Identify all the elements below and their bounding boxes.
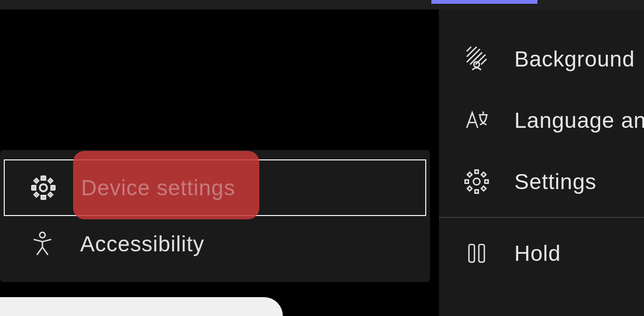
menu-item-background[interactable]: Background: [439, 28, 644, 90]
submenu-item-label: Accessibility: [80, 231, 205, 257]
menu-item-hold[interactable]: Hold: [439, 223, 644, 284]
menu-item-label: Background: [514, 46, 635, 72]
language-icon: [462, 106, 491, 134]
svg-rect-6: [479, 244, 485, 262]
svg-point-2: [40, 233, 45, 238]
tab-indicator: [431, 0, 537, 4]
top-bar: [0, 0, 644, 9]
submenu-panel: Device settings Accessibility: [0, 150, 430, 282]
menu-item-label: Language an: [514, 108, 644, 133]
gear-icon: [29, 174, 58, 202]
right-menu-panel: Background Language an Settings: [439, 9, 644, 316]
submenu-item-label: Device settings: [81, 175, 235, 200]
submenu-item-device-settings[interactable]: Device settings: [4, 159, 426, 216]
hold-icon: [462, 239, 491, 267]
svg-point-1: [40, 184, 47, 191]
submenu-item-accessibility[interactable]: Accessibility: [0, 216, 430, 272]
gear-icon: [462, 167, 491, 196]
svg-point-4: [473, 178, 480, 185]
menu-item-settings[interactable]: Settings: [439, 151, 644, 212]
accessibility-icon: [28, 230, 57, 258]
menu-separator: [439, 217, 644, 218]
menu-item-label: Settings: [514, 169, 596, 194]
background-icon: [462, 45, 491, 73]
menu-item-label: Hold: [514, 241, 561, 266]
menu-item-language[interactable]: Language an: [439, 90, 644, 151]
bottom-curve: [0, 297, 283, 316]
svg-rect-5: [469, 244, 475, 262]
